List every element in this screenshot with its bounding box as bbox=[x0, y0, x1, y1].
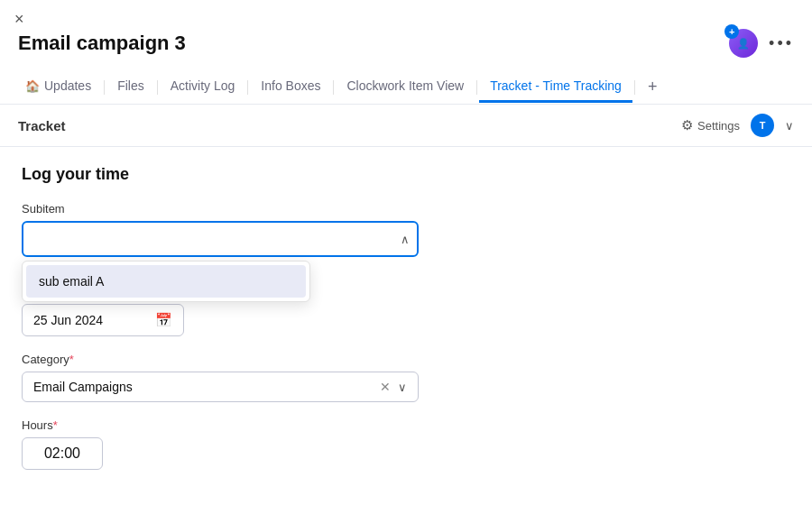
date-field[interactable]: 25 Jun 2024 📅 bbox=[22, 304, 184, 336]
nav-tabs: 🏠 Updates Files Activity Log Info Boxes … bbox=[0, 70, 812, 105]
subitem-dropdown: sub email A bbox=[22, 261, 310, 302]
tracket-logo[interactable]: T bbox=[751, 114, 774, 137]
home-icon: 🏠 bbox=[25, 79, 40, 93]
tab-info-boxes[interactable]: Info Boxes bbox=[250, 71, 331, 103]
gear-icon: ⚙ bbox=[681, 117, 693, 133]
tab-activity-log[interactable]: Activity Log bbox=[160, 71, 246, 103]
add-person-button[interactable]: + 👤 bbox=[729, 29, 758, 58]
more-options-button[interactable]: ••• bbox=[769, 35, 794, 51]
hours-label: Hours* bbox=[22, 418, 790, 432]
subitem-group: Subitem ∧ sub email A bbox=[22, 202, 790, 257]
form-heading: Log your time bbox=[22, 165, 790, 184]
hours-group: Hours* bbox=[22, 418, 790, 470]
tab-divider-6 bbox=[634, 80, 635, 95]
tab-clockwork[interactable]: Clockwork Item View bbox=[336, 71, 475, 103]
category-clear-icon[interactable]: ✕ bbox=[380, 380, 391, 394]
settings-button[interactable]: ⚙ Settings bbox=[681, 117, 740, 133]
category-select[interactable]: Email Campaigns ✕ ∨ bbox=[22, 372, 419, 402]
subitem-input[interactable] bbox=[22, 221, 419, 257]
form-area: Log your time Subitem ∧ sub email A 25 J… bbox=[0, 147, 812, 504]
subitem-option[interactable]: sub email A bbox=[26, 265, 306, 298]
hours-input[interactable] bbox=[22, 437, 103, 470]
tracket-collapse-button[interactable]: ∨ bbox=[785, 119, 794, 133]
tracket-bar: Tracket ⚙ Settings T ∨ bbox=[0, 105, 812, 147]
tab-updates[interactable]: 🏠 Updates bbox=[14, 71, 102, 103]
tab-tracket[interactable]: Tracket - Time Tracking bbox=[479, 71, 632, 103]
hours-required-marker: * bbox=[53, 418, 58, 432]
add-tab-button[interactable]: + bbox=[637, 70, 669, 104]
category-value: Email Campaigns bbox=[33, 380, 133, 394]
tab-divider-5 bbox=[476, 80, 477, 95]
tab-files[interactable]: Files bbox=[106, 71, 155, 103]
tab-divider-3 bbox=[247, 80, 248, 95]
calendar-icon: 📅 bbox=[155, 312, 172, 328]
date-group: 25 Jun 2024 📅 bbox=[22, 304, 790, 336]
page-title: Email campaign 3 bbox=[18, 32, 186, 55]
tab-divider bbox=[104, 80, 105, 95]
tab-divider-4 bbox=[333, 80, 334, 95]
date-value: 25 Jun 2024 bbox=[33, 313, 103, 327]
close-button[interactable]: × bbox=[14, 11, 24, 27]
tab-divider-2 bbox=[157, 80, 158, 95]
category-label: Category* bbox=[22, 353, 790, 366]
required-marker: * bbox=[69, 353, 74, 366]
category-dropdown-arrow: ∨ bbox=[398, 381, 407, 394]
category-group: Category* Email Campaigns ✕ ∨ bbox=[22, 353, 790, 402]
tracket-title: Tracket bbox=[18, 118, 66, 133]
subitem-label: Subitem bbox=[22, 202, 790, 216]
add-badge: + bbox=[724, 24, 739, 39]
